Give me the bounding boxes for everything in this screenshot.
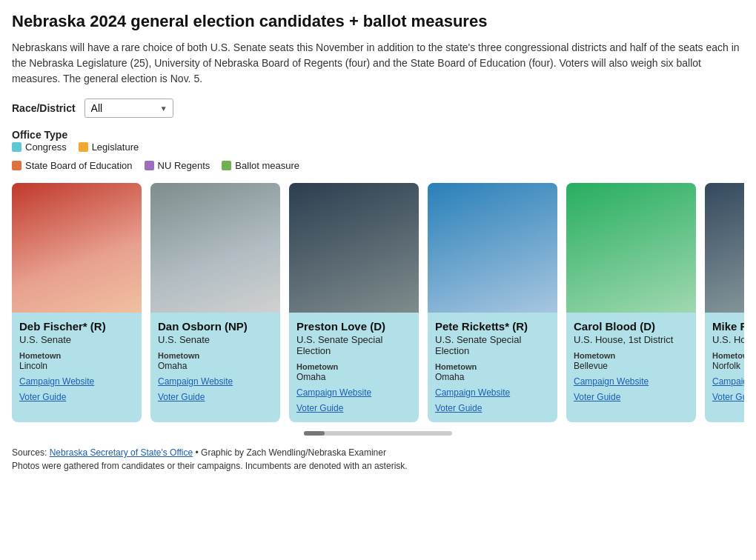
hometown-label: Hometown (574, 351, 689, 360)
campaign-website-link[interactable]: Campaign Website (296, 387, 411, 398)
campaign-website-link[interactable]: Campaign Website (158, 376, 273, 387)
hometown-value: Norfolk (712, 361, 744, 371)
sources-section: Sources: Nebraska Secretary of State's O… (12, 447, 744, 458)
campaign-website-link[interactable]: Campaign Website (435, 387, 550, 398)
candidate-office: U.S. Senate Special Election (435, 334, 550, 356)
page-description: Nebraskans will have a rare choice of bo… (12, 40, 744, 87)
filter-label: Race/District (12, 102, 76, 114)
candidate-name: Mike Floo... (712, 320, 744, 333)
candidate-name: Dan Osborn (NP) (158, 320, 273, 333)
voter-guide-link[interactable]: Voter Guide (435, 403, 550, 413)
sources-prefix: Sources: (12, 447, 50, 458)
legend-label: State Board of Education (25, 160, 133, 171)
legend-label: Ballot measure (235, 160, 299, 171)
candidate-card: Pete Ricketts* (R)U.S. Senate Special El… (428, 183, 557, 422)
candidate-name: Carol Blood (D) (574, 320, 689, 333)
candidate-name: Pete Ricketts* (R) (435, 320, 550, 333)
campaign-website-link[interactable]: Campaign Website (574, 376, 689, 387)
filter-row: Race/District All (12, 99, 744, 118)
candidate-photo (428, 183, 557, 313)
candidate-photo (705, 183, 744, 313)
campaign-website-link[interactable]: Campaign We... (712, 376, 744, 387)
scroll-bar-thumb[interactable] (304, 431, 325, 436)
sources-note: Photos were gathered from candidates or … (12, 461, 744, 471)
legend-item: Ballot measure (222, 160, 299, 171)
candidate-photo (12, 183, 142, 313)
hometown-value: Omaha (296, 372, 411, 382)
scroll-bar-track[interactable] (304, 431, 452, 436)
race-district-select[interactable]: All (84, 99, 173, 118)
candidate-name: Preston Love (D) (296, 320, 411, 333)
filter-select-wrapper[interactable]: All (84, 99, 173, 118)
legend-dot (145, 161, 154, 170)
voter-guide-link[interactable]: Voter Guide (19, 392, 134, 402)
page-title: Nebraska 2024 general election candidate… (12, 12, 744, 31)
legend-label: NU Regents (158, 160, 210, 171)
hometown-value: Omaha (435, 372, 550, 382)
sources-suffix: • Graphic by Zach Wendling/Nebraska Exam… (193, 447, 386, 458)
legend-dot (79, 142, 88, 152)
candidate-card: Dan Osborn (NP)U.S. SenateHometownOmahaC… (150, 183, 280, 422)
legend-row: CongressLegislatureState Board of Educat… (12, 141, 744, 171)
candidate-photo (289, 183, 419, 313)
candidate-card: Preston Love (D)U.S. Senate Special Elec… (289, 183, 419, 422)
candidate-card: Mike Floo...U.S. House...HometownNorfolk… (705, 183, 744, 422)
hometown-label: Hometown (158, 351, 273, 360)
legend-item: NU Regents (145, 160, 210, 171)
candidate-photo (566, 183, 696, 313)
legend: Office Type CongressLegislatureState Boa… (12, 128, 744, 171)
hometown-value: Lincoln (19, 361, 134, 371)
hometown-value: Omaha (158, 361, 273, 371)
sources-link[interactable]: Nebraska Secretary of State's Office (50, 447, 193, 458)
voter-guide-link[interactable]: Voter Guide (158, 392, 273, 402)
legend-item: Congress (12, 141, 67, 153)
candidate-office: U.S. House, 1st District (574, 334, 689, 345)
legend-dot (12, 161, 21, 170)
candidate-office: U.S. House... (712, 334, 744, 345)
candidate-office: U.S. Senate Special Election (296, 334, 411, 356)
candidates-container: Deb Fischer* (R)U.S. SenateHometownLinco… (12, 183, 744, 422)
legend-item: State Board of Education (12, 160, 133, 171)
hometown-label: Hometown (712, 351, 744, 360)
campaign-website-link[interactable]: Campaign Website (19, 376, 134, 387)
candidate-office: U.S. Senate (19, 334, 134, 345)
candidate-card: Deb Fischer* (R)U.S. SenateHometownLinco… (12, 183, 142, 422)
candidate-name: Deb Fischer* (R) (19, 320, 134, 333)
hometown-label: Hometown (19, 351, 134, 360)
legend-label: Congress (25, 141, 67, 153)
scroll-bar-row (12, 431, 744, 436)
legend-label: Legislature (92, 141, 139, 153)
voter-guide-link[interactable]: Voter Guide (712, 392, 744, 402)
candidate-card: Carol Blood (D)U.S. House, 1st DistrictH… (566, 183, 696, 422)
legend-title: Office Type (12, 129, 67, 141)
legend-dot (222, 161, 231, 170)
voter-guide-link[interactable]: Voter Guide (574, 392, 689, 402)
candidate-office: U.S. Senate (158, 334, 273, 345)
hometown-value: Bellevue (574, 361, 689, 371)
legend-dot (12, 142, 21, 152)
voter-guide-link[interactable]: Voter Guide (296, 403, 411, 413)
candidate-photo (150, 183, 280, 313)
hometown-label: Hometown (296, 362, 411, 371)
legend-item: Legislature (79, 141, 139, 153)
hometown-label: Hometown (435, 362, 550, 371)
